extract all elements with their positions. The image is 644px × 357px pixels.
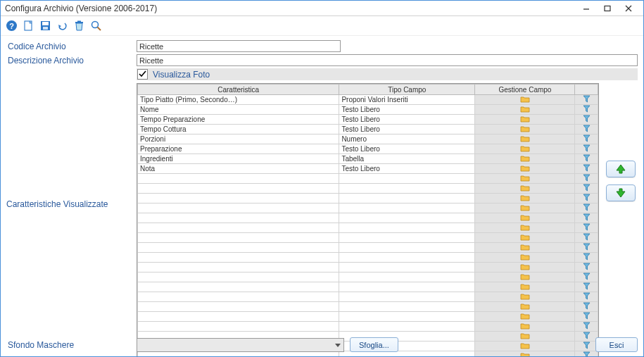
cell-gestione-folder-icon[interactable] [475, 213, 575, 223]
cell-gestione-folder-icon[interactable] [475, 125, 575, 134]
cell-gestione-folder-icon[interactable] [475, 174, 575, 184]
cell-gestione-folder-icon[interactable] [475, 194, 575, 203]
cell-tipo[interactable] [339, 263, 475, 273]
cell-filter-icon[interactable] [575, 164, 598, 174]
cell-gestione-folder-icon[interactable] [475, 312, 575, 322]
cell-tipo[interactable] [339, 302, 475, 312]
table-row[interactable]: Tempo PreparazioneTesto Libero [138, 115, 598, 125]
table-row[interactable] [138, 273, 598, 282]
cell-filter-icon[interactable] [575, 223, 598, 233]
cell-tipo[interactable] [339, 194, 475, 203]
cell-gestione-folder-icon[interactable] [475, 144, 575, 154]
cell-filter-icon[interactable] [575, 213, 598, 223]
cell-gestione-folder-icon[interactable] [475, 184, 575, 194]
cell-tipo[interactable]: Proponi Valori Inseriti [339, 95, 475, 105]
sfondo-maschere-combo[interactable] [137, 338, 344, 352]
table-row[interactable] [138, 223, 598, 233]
cell-filter-icon[interactable] [575, 125, 598, 134]
cell-gestione-folder-icon[interactable] [475, 134, 575, 144]
cell-filter-icon[interactable] [575, 282, 598, 292]
cell-filter-icon[interactable] [575, 105, 598, 115]
cell-tipo[interactable]: Tabella [339, 154, 475, 164]
trash-icon[interactable] [72, 20, 85, 32]
table-row[interactable] [138, 312, 598, 322]
cell-caratteristica[interactable] [138, 203, 339, 213]
cell-caratteristica[interactable] [138, 213, 339, 223]
cell-tipo[interactable] [339, 273, 475, 282]
table-row[interactable]: NomeTesto Libero [138, 105, 598, 115]
move-up-button[interactable] [606, 161, 636, 177]
cell-gestione-folder-icon[interactable] [475, 302, 575, 312]
cell-caratteristica[interactable] [138, 223, 339, 233]
cell-filter-icon[interactable] [575, 95, 598, 105]
cell-caratteristica[interactable]: Ingredienti [138, 154, 339, 164]
cell-filter-icon[interactable] [575, 144, 598, 154]
cell-gestione-folder-icon[interactable] [475, 263, 575, 273]
codice-archivio-input[interactable] [137, 40, 341, 52]
table-row[interactable]: Tempo CotturaTesto Libero [138, 125, 598, 134]
cell-caratteristica[interactable] [138, 184, 339, 194]
cell-tipo[interactable] [339, 322, 475, 332]
cell-caratteristica[interactable] [138, 233, 339, 243]
cell-tipo[interactable] [339, 174, 475, 184]
esci-button[interactable]: Esci [595, 337, 638, 352]
col-caratteristica[interactable]: Caratteristica [138, 84, 339, 95]
table-row[interactable] [138, 203, 598, 213]
cell-gestione-folder-icon[interactable] [475, 322, 575, 332]
table-row[interactable] [138, 282, 598, 292]
cell-gestione-folder-icon[interactable] [475, 282, 575, 292]
table-row[interactable] [138, 213, 598, 223]
cell-caratteristica[interactable] [138, 302, 339, 312]
table-row[interactable] [138, 322, 598, 332]
cell-tipo[interactable] [339, 233, 475, 243]
table-row[interactable] [138, 292, 598, 302]
table-row[interactable]: Tipo Piatto (Primo, Secondo…)Proponi Val… [138, 95, 598, 105]
descrizione-archivio-input[interactable] [137, 54, 638, 66]
cell-tipo[interactable] [339, 203, 475, 213]
cell-filter-icon[interactable] [575, 115, 598, 125]
cell-tipo[interactable] [339, 223, 475, 233]
cell-gestione-folder-icon[interactable] [475, 203, 575, 213]
cell-gestione-folder-icon[interactable] [475, 223, 575, 233]
cell-gestione-folder-icon[interactable] [475, 233, 575, 243]
cell-gestione-folder-icon[interactable] [475, 115, 575, 125]
table-row[interactable]: IngredientiTabella [138, 154, 598, 164]
cell-caratteristica[interactable]: Porzioni [138, 134, 339, 144]
cell-tipo[interactable] [339, 312, 475, 322]
cell-caratteristica[interactable]: Nota [138, 164, 339, 174]
cell-caratteristica[interactable]: Nome [138, 105, 339, 115]
cell-filter-icon[interactable] [575, 184, 598, 194]
cell-gestione-folder-icon[interactable] [475, 95, 575, 105]
cell-tipo[interactable]: Testo Libero [339, 164, 475, 174]
save-icon[interactable] [39, 20, 51, 32]
cell-caratteristica[interactable] [138, 322, 339, 332]
cell-tipo[interactable]: Testo Libero [339, 115, 475, 125]
characteristics-table[interactable]: Caratteristica Tipo Campo Gestione Campo… [137, 84, 598, 357]
cell-caratteristica[interactable] [138, 174, 339, 184]
close-button[interactable] [618, 1, 639, 15]
cell-tipo[interactable] [339, 292, 475, 302]
cell-caratteristica[interactable]: Tempo Preparazione [138, 115, 339, 125]
cell-caratteristica[interactable]: Preparazione [138, 144, 339, 154]
cell-tipo[interactable] [339, 282, 475, 292]
cell-tipo[interactable] [339, 213, 475, 223]
cell-tipo[interactable] [339, 243, 475, 253]
sfoglia-button[interactable]: Sfoglia... [350, 337, 398, 352]
table-row[interactable]: PreparazioneTesto Libero [138, 144, 598, 154]
cell-tipo[interactable] [339, 184, 475, 194]
cell-filter-icon[interactable] [575, 273, 598, 282]
table-row[interactable]: PorzioniNumero [138, 134, 598, 144]
cell-filter-icon[interactable] [575, 292, 598, 302]
cell-tipo[interactable] [339, 253, 475, 263]
cell-caratteristica[interactable] [138, 312, 339, 322]
cell-gestione-folder-icon[interactable] [475, 105, 575, 115]
cell-gestione-folder-icon[interactable] [475, 154, 575, 164]
cell-filter-icon[interactable] [575, 302, 598, 312]
cell-caratteristica[interactable] [138, 243, 339, 253]
maximize-button[interactable] [597, 1, 618, 15]
table-row[interactable] [138, 253, 598, 263]
cell-tipo[interactable]: Testo Libero [339, 125, 475, 134]
cell-filter-icon[interactable] [575, 243, 598, 253]
cell-caratteristica[interactable] [138, 292, 339, 302]
table-row[interactable]: NotaTesto Libero [138, 164, 598, 174]
